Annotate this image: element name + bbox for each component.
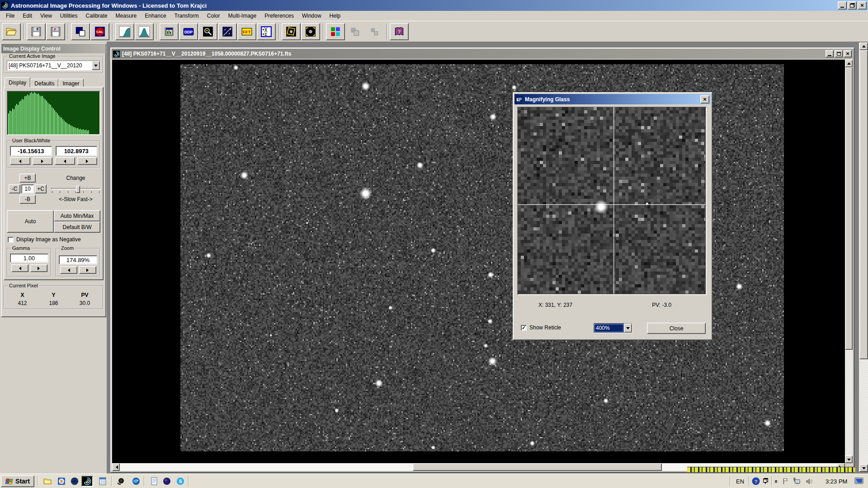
tab-defaults[interactable]: Defaults bbox=[30, 79, 58, 87]
display-control-button[interactable] bbox=[160, 23, 179, 40]
mdi-vscroll-thumb[interactable] bbox=[859, 50, 868, 359]
minimize-button[interactable] bbox=[838, 1, 847, 9]
image-client-area[interactable] bbox=[112, 60, 853, 471]
menu-multi-image[interactable]: Multi-Image bbox=[224, 11, 261, 20]
flag-icon[interactable] bbox=[781, 477, 790, 486]
plus-b-button[interactable]: +B bbox=[19, 174, 36, 183]
image-maximize-button[interactable] bbox=[835, 50, 843, 57]
menu-help[interactable]: Help bbox=[326, 11, 345, 20]
black-increase-button[interactable] bbox=[33, 157, 53, 165]
image-vscrollbar[interactable] bbox=[845, 60, 853, 463]
clock[interactable]: 3:23 PM bbox=[826, 478, 847, 485]
star-field-button[interactable] bbox=[218, 23, 237, 40]
window-stack-icon[interactable] bbox=[762, 477, 769, 486]
gamma-decrease-button[interactable] bbox=[11, 264, 28, 272]
vscroll-thumb[interactable] bbox=[845, 67, 853, 350]
magnifier-zoom-combobox[interactable]: 400% bbox=[594, 323, 632, 333]
combo-dropdown-button[interactable] bbox=[624, 324, 632, 333]
step-field[interactable]: 10 bbox=[21, 184, 34, 193]
starfield-image[interactable] bbox=[112, 60, 845, 463]
scroll-up-button[interactable] bbox=[845, 60, 853, 67]
panel-titlebar[interactable]: Image Display Control bbox=[1, 44, 106, 53]
scroll-left-button[interactable] bbox=[112, 463, 120, 471]
mdi-vscrollbar[interactable] bbox=[859, 42, 868, 472]
help-orb-icon[interactable]: ? bbox=[751, 477, 760, 486]
zoom-increase-button[interactable] bbox=[79, 266, 96, 274]
white-increase-button[interactable] bbox=[77, 157, 98, 165]
image-window[interactable]: [48] PKS0716+71__V__20120919__1058.00000… bbox=[110, 47, 854, 473]
scroll-down-button[interactable] bbox=[845, 455, 853, 463]
image-minimize-button[interactable] bbox=[826, 50, 834, 57]
default-bw-button[interactable]: Default B/W bbox=[54, 221, 100, 233]
magnifier-canvas[interactable] bbox=[518, 107, 705, 294]
quicklaunch-spreadsheet[interactable] bbox=[97, 476, 108, 487]
fft-button[interactable]: FFT bbox=[237, 23, 256, 40]
chevron-up-icon[interactable]: « bbox=[773, 477, 780, 486]
menu-preferences[interactable]: Preferences bbox=[260, 11, 298, 20]
mdi-scroll-down-button[interactable] bbox=[859, 464, 868, 472]
align-target-button[interactable] bbox=[301, 23, 320, 40]
menu-utilities[interactable]: Utilities bbox=[56, 11, 82, 20]
auto-minmax-button[interactable]: Auto Min/Max bbox=[54, 210, 100, 221]
menu-enhance[interactable]: Enhance bbox=[141, 11, 170, 20]
display-monitor-icon[interactable] bbox=[854, 477, 863, 486]
plus-c-button[interactable]: +C bbox=[35, 184, 47, 193]
quicklaunch-skype[interactable]: S bbox=[175, 476, 186, 487]
magnifier-view[interactable] bbox=[517, 107, 707, 295]
active-image-combobox[interactable]: [48] PKS0716+71__V__20120 bbox=[7, 61, 100, 70]
help-button[interactable]: ? bbox=[390, 23, 409, 40]
speed-slider[interactable] bbox=[51, 185, 100, 193]
menu-edit[interactable]: Edit bbox=[19, 11, 36, 20]
histogram[interactable] bbox=[7, 91, 100, 135]
quicklaunch-thunderbird[interactable] bbox=[130, 476, 142, 487]
restore-button[interactable] bbox=[848, 1, 857, 9]
app-titlebar[interactable]: Astronomical Image Processing for Window… bbox=[0, 0, 868, 11]
quicklaunch-aip4win-active[interactable] bbox=[81, 476, 93, 487]
gamma-increase-button[interactable] bbox=[30, 264, 47, 272]
negative-checkbox-row[interactable]: Display Image as Negative bbox=[8, 236, 100, 243]
language-indicator[interactable]: EN bbox=[736, 478, 744, 485]
black-decrease-button[interactable] bbox=[10, 157, 30, 165]
quicklaunch-globe[interactable] bbox=[69, 476, 80, 487]
duplicate-image-button[interactable] bbox=[71, 23, 90, 40]
calibrate-button[interactable]: CAL bbox=[90, 23, 109, 40]
slider-thumb[interactable] bbox=[76, 186, 80, 193]
combo-dropdown-button[interactable] bbox=[92, 61, 100, 70]
volume-icon[interactable] bbox=[805, 477, 814, 486]
menu-view[interactable]: View bbox=[36, 11, 56, 20]
close-button[interactable]: × bbox=[858, 1, 867, 9]
align-reference-button[interactable] bbox=[282, 23, 301, 40]
magnify-button[interactable] bbox=[198, 23, 217, 40]
zoom-field[interactable]: 174.89% bbox=[59, 255, 97, 264]
slider-track[interactable] bbox=[51, 188, 100, 190]
magnifier-close-x-button[interactable]: × bbox=[700, 95, 709, 103]
histogram-shape-button[interactable] bbox=[135, 23, 154, 40]
hscroll-thumb[interactable] bbox=[413, 463, 662, 471]
minus-b-button[interactable]: -B bbox=[19, 195, 36, 204]
magnifier-titlebar[interactable]: Magnifying Glass × bbox=[514, 94, 711, 104]
tab-display[interactable]: Display bbox=[5, 77, 30, 87]
quicklaunch-browser-sphere[interactable] bbox=[161, 476, 173, 487]
image-window-titlebar[interactable]: [48] PKS0716+71__V__20120919__1058.00000… bbox=[112, 49, 853, 59]
network-icon[interactable] bbox=[792, 477, 801, 486]
pixel-math-button[interactable]: +╳+Σ bbox=[257, 23, 276, 40]
quicklaunch-file-manager[interactable] bbox=[42, 476, 53, 487]
start-button[interactable]: Start bbox=[1, 475, 34, 487]
background-window-strip[interactable] bbox=[687, 467, 855, 472]
menu-file[interactable]: File bbox=[2, 11, 19, 20]
open-file-button[interactable] bbox=[2, 23, 21, 40]
save-fits-button[interactable]: F bbox=[46, 23, 65, 40]
minus-c-button[interactable]: -C bbox=[9, 184, 20, 193]
menu-transform[interactable]: Transform bbox=[170, 11, 203, 20]
quicklaunch-notepad[interactable] bbox=[148, 476, 160, 487]
menu-window[interactable]: Window bbox=[298, 11, 326, 20]
magnifying-glass-dialog[interactable]: Magnifying Glass × X: 331, Y: 237 PV: -3… bbox=[513, 92, 712, 340]
ddp-button[interactable]: DDP bbox=[179, 23, 198, 40]
show-reticle-checkbox[interactable]: ✓ bbox=[521, 325, 527, 331]
menu-calibrate[interactable]: Calibrate bbox=[82, 11, 112, 20]
zoom-decrease-button[interactable] bbox=[60, 266, 77, 274]
mdi-scroll-up-button[interactable] bbox=[859, 42, 868, 50]
white-decrease-button[interactable] bbox=[55, 157, 75, 165]
image-close-button[interactable]: × bbox=[844, 50, 852, 57]
magnifier-close-button[interactable]: Close bbox=[647, 323, 706, 334]
